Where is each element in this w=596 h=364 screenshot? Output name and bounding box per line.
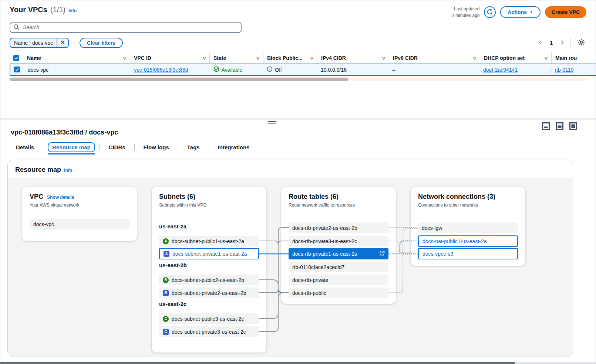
subnet-item[interactable]: A docs-subnet-public1-us-east-2a [159,236,259,246]
route-tables-node-card: Route tables (6) Route network traffic t… [281,187,396,304]
filter-triangle-icon[interactable]: ▽ [310,56,313,60]
minus-circle-icon [267,66,273,73]
network-connection-item-highlighted[interactable]: docs-nat-public1-us-east-2a [418,235,518,247]
resource-map-info-link[interactable]: Info [64,168,72,173]
route-table-item[interactable]: docs-rtb-public [289,288,388,298]
private-subnet-badge: B [163,290,169,296]
divider [570,38,570,47]
column-header-ipv4[interactable]: IPv4 CIDR▽ [317,52,389,64]
table-row[interactable]: docs-vpc vpc-018f086a13f3c3f8d Available [10,64,596,76]
filter-chip[interactable]: Name : docs-vpc [10,38,69,48]
column-header-main-route[interactable]: Main rou [551,52,596,64]
info-link[interactable]: Info [68,8,77,13]
subnets-card-subtitle: Subnets within this VPC [159,203,259,208]
vpc-node-card: VPC Show details Your AWS virtual networ… [22,187,137,241]
vpc-card-subtitle: Your AWS virtual network [30,203,129,208]
page-count: (1/1) [50,6,65,14]
actions-button[interactable]: Actions ▼ [500,6,540,18]
cell-ipv4-cidr: 10.0.0.0/16 [317,67,389,73]
page-horizontal-scrollbar[interactable] [0,362,596,364]
panel-size-full-button[interactable] [569,122,577,131]
filter-triangle-icon[interactable]: ▽ [203,56,206,60]
az-label: us-east-2b [159,262,187,268]
route-table-item-selected[interactable]: docs-rtb-private1-us-east-2a [289,248,388,259]
vpc-detail-panel: vpc-018f086a13f3c3f8d / docs-vpc Details… [0,119,596,363]
resource-map-body: VPC Show details Your AWS virtual networ… [8,178,573,357]
column-header-state[interactable]: State▽ [209,52,263,64]
tab-cidrs[interactable]: CIDRs [104,142,131,154]
route-table-item[interactable]: docs-rtb-private2-us-east-2b [289,222,388,233]
row-checkbox[interactable] [14,67,20,72]
create-vpc-button[interactable]: Create VPC [545,6,586,18]
network-connection-item[interactable]: docs-igw [418,222,518,233]
subnet-item[interactable]: B docs-subnet-private2-us-east-2b [159,288,259,298]
subnet-item[interactable]: C docs-subnet-public3-us-east-2c [159,313,259,324]
vpc-card-title: VPC [30,193,43,201]
page-title: Your VPCs [10,6,47,14]
filter-triangle-icon[interactable]: ▽ [545,56,548,60]
network-connections-node-card: Network connections (3) Connections to o… [411,187,525,266]
panel-size-small-button[interactable] [542,122,550,131]
clear-filters-button[interactable]: Clear filters [80,38,123,48]
column-header-block-public[interactable]: Block Public...▽ [263,52,317,64]
filter-triangle-icon[interactable]: ▽ [473,56,476,60]
main-route-table-link[interactable]: rtb-0110 [555,67,573,73]
select-all-checkbox[interactable] [13,55,19,61]
dhcp-option-set-link[interactable]: dopt-2ac94141 [483,67,518,73]
column-header-vpc-id[interactable]: VPC ID▽ [130,52,209,64]
filter-triangle-icon[interactable]: ▽ [123,56,126,60]
scrollbar-thumb[interactable] [10,78,348,81]
tab-resource-map[interactable]: Resource map [47,142,95,154]
route-table-item[interactable]: rtb-0110cface2acecfd7 [289,262,388,272]
route-table-item[interactable]: docs-rtb-private3-us-east-2c [289,236,388,246]
filter-triangle-icon[interactable]: ▽ [256,56,259,60]
column-header-ipv6[interactable]: IPv6 CIDR▽ [389,52,480,64]
table-horizontal-scrollbar[interactable] [10,78,587,81]
detail-title: vpc-018f086a13f3c3f8d / docs-vpc [11,129,589,136]
scrollbar-thumb[interactable] [0,362,515,364]
detail-tabs: Details Resource map CIDRs Flow logs Tag… [11,142,589,154]
route-table-item[interactable]: docs-rtb-private [289,275,388,285]
filter-chip-remove-button[interactable] [57,38,68,47]
panel-size-half-button[interactable] [556,122,563,131]
subnet-item[interactable]: B docs-subnet-public2-us-east-2b [159,275,259,285]
private-subnet-badge: C [163,329,169,335]
private-subnet-badge: A [164,251,169,257]
network-connection-item-highlighted[interactable]: docs-vpce-s3 [418,248,518,259]
show-details-link[interactable]: Show details [47,195,74,200]
tab-flow-logs[interactable]: Flow logs [138,142,174,154]
table-settings-button[interactable] [576,38,586,48]
divider [74,38,74,48]
tab-tags[interactable]: Tags [182,142,205,154]
public-subnet-badge: C [163,316,169,322]
refresh-icon [486,8,493,16]
network-card-title: Network connections (3) [418,193,518,201]
az-label: us-east-2a [159,223,186,229]
vpc-id-link[interactable]: vpc-018f086a13f3c3f8d [134,67,188,73]
subnet-item[interactable]: C docs-subnet-private3-us-east-2c [159,326,259,337]
caret-down-icon: ▼ [530,10,533,14]
block-public-access-value: Off [275,67,282,73]
subnet-item-selected-association[interactable]: A docs-subnet-private1-us-east-2a [159,248,259,259]
search-input[interactable] [10,22,242,33]
table-header-row: Name▽ VPC ID▽ State▽ Block Public...▽ IP… [10,52,596,64]
close-icon [60,40,65,46]
next-page-button[interactable] [558,39,566,47]
tab-details[interactable]: Details [11,142,39,154]
previous-page-button[interactable] [536,39,545,47]
page-number: 1 [548,40,554,46]
column-header-dhcp[interactable]: DHCP option set▽ [480,52,551,64]
filter-triangle-icon[interactable]: ▽ [382,56,385,60]
filter-chip-label: Name : docs-vpc [10,38,57,47]
tab-integrations[interactable]: Integrations [213,142,255,154]
cell-name: docs-vpc [24,67,130,73]
vpc-map-item[interactable]: docs-vpc [30,219,129,229]
column-header-name[interactable]: Name▽ [23,52,130,64]
vpc-table: Name▽ VPC ID▽ State▽ Block Public...▽ IP… [10,52,596,81]
network-card-subtitle: Connections to other networks [418,203,518,208]
vpc-list-panel: Your VPCs (1/1) Info Last updated 2 minu… [0,0,596,119]
route-tables-card-subtitle: Route network traffic to resources [289,203,388,208]
external-link-icon[interactable] [379,251,385,257]
refresh-button[interactable] [484,6,496,18]
resource-map-title: Resource map [15,166,61,174]
